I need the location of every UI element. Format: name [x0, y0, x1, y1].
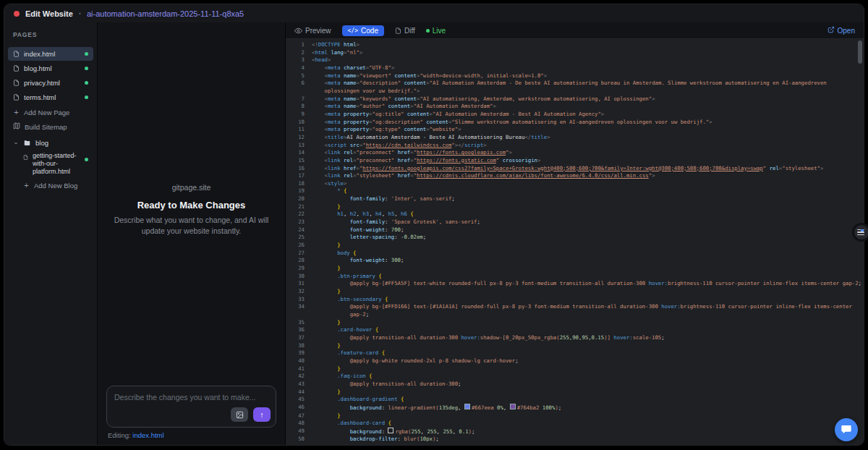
code-line: 21}	[286, 203, 864, 211]
line-number: 14	[286, 149, 312, 157]
code-content: background: linear-gradient(135deg, #667…	[312, 404, 864, 412]
pages-sidebar: PAGES index.htmlblog.htmlprivacy.htmlter…	[4, 22, 98, 445]
code-content: font-family: 'Space Grotesk', sans-serif…	[312, 218, 864, 226]
chat-support-button[interactable]	[835, 418, 858, 441]
pages-list: index.htmlblog.htmlprivacy.htmlterms.htm…	[4, 47, 97, 104]
line-number: 35	[286, 319, 312, 327]
color-swatch	[388, 428, 393, 433]
line-number: 33	[286, 296, 312, 304]
code-line: 17<link rel="stylesheet" href="https://c…	[286, 172, 864, 180]
add-new-blog-button[interactable]: + Add New Blog	[18, 179, 93, 192]
tab-code[interactable]: </> Code	[342, 25, 384, 36]
code-line: 48.dashboard-card {	[286, 420, 864, 428]
code-content: h1, h2, h3, h4, h5, h6 {	[312, 211, 864, 218]
line-number: 4	[286, 64, 312, 72]
line-number: 44	[286, 389, 312, 396]
code-content: }	[312, 203, 864, 211]
map-icon	[13, 122, 20, 131]
editing-status: Editing: index.html	[108, 431, 275, 439]
sidebar-item-label: privacy.html	[24, 79, 80, 87]
breadcrumb[interactable]: ai-automation-amsterdam-2025-11-11-q8xa5	[87, 9, 244, 18]
code-content: .card-hover {	[312, 326, 864, 334]
line-number: 41	[286, 365, 312, 373]
line-number: 15	[286, 157, 312, 165]
sidebar-item-label: index.html	[24, 50, 80, 58]
add-new-page-button[interactable]: + Add New Page	[8, 106, 93, 119]
line-number: 6	[286, 80, 312, 95]
top-bar: Edit Website • ai-automation-amsterdam-2…	[4, 4, 864, 22]
send-button[interactable]: ↑	[253, 407, 271, 422]
code-content: * {	[312, 187, 864, 195]
code-line: 5<meta name="viewport" content="width=de…	[286, 72, 864, 80]
code-line: 23font-family: 'Space Grotesk', sans-ser…	[286, 218, 864, 226]
code-line: 40@apply bg-white rounded-2xl p-8 shadow…	[286, 357, 864, 365]
chatbox-buttons: ↑	[231, 407, 271, 422]
browser-edge-widget[interactable]	[852, 223, 868, 242]
open-site-link[interactable]: Open	[827, 26, 855, 35]
file-icon	[13, 93, 20, 101]
line-number: 49	[286, 428, 312, 436]
code-line: 1<!DOCTYPE html>	[286, 41, 864, 49]
line-number: 20	[286, 195, 312, 203]
code-content: @apply transition-all duration-300;	[312, 381, 864, 389]
code-content: <script src="https://cdn.tailwindcss.com…	[312, 142, 864, 150]
add-new-page-label: Add New Page	[24, 109, 69, 116]
sidebar-item-terms.html[interactable]: terms.html	[8, 90, 93, 104]
sidebar-item-index.html[interactable]: index.html	[8, 47, 93, 61]
code-editor[interactable]: 1<!DOCTYPE html>2<html lang="nl">3<head>…	[286, 39, 864, 445]
tab-live[interactable]: Live	[426, 27, 446, 35]
tab-diff[interactable]: Diff	[395, 27, 415, 35]
build-sitemap-button[interactable]: Build Sitemap	[8, 120, 93, 133]
line-number: 40	[286, 357, 312, 365]
tab-preview[interactable]: Preview	[294, 27, 331, 35]
arrow-up-icon: ↑	[260, 410, 264, 419]
status-dot	[85, 67, 88, 70]
line-number: 47	[286, 412, 312, 420]
code-line: 43@apply transition-all duration-300;	[286, 381, 864, 389]
file-icon	[13, 50, 20, 58]
line-number: 42	[286, 373, 312, 381]
file-icon	[13, 64, 20, 72]
code-content: }	[312, 365, 864, 373]
code-line: 3<head>	[286, 56, 864, 64]
code-line: 38}	[286, 342, 864, 350]
sidebar-header: PAGES	[13, 31, 88, 38]
code-line: 15<link rel="preconnect" href="https://f…	[286, 157, 864, 165]
code-line: 41}	[286, 365, 864, 373]
code-content: <link href="https://fonts.googleapis.com…	[312, 165, 864, 173]
code-line: 36.card-hover {	[286, 326, 864, 334]
line-number: 23	[286, 218, 312, 226]
code-content: <html lang="nl">	[312, 49, 864, 57]
code-content: <link rel="stylesheet" href="https://cdn…	[312, 172, 864, 180]
code-content: body {	[312, 250, 864, 258]
code-content: }	[312, 319, 864, 327]
attach-image-button[interactable]	[231, 407, 248, 422]
status-dot	[85, 95, 88, 99]
code-line: 28font-weight: 300;	[286, 257, 864, 265]
line-number: 10	[286, 119, 312, 127]
sidebar-item-blog.html[interactable]: blog.html	[8, 61, 93, 75]
blog-folder-label: blog	[35, 139, 88, 147]
line-number: 31	[286, 280, 312, 288]
code-content: .btn-primary {	[312, 273, 864, 281]
code-line: 6<meta name="description" content="AI Au…	[286, 80, 864, 95]
code-line: 13<script src="https://cdn.tailwindcss.c…	[286, 142, 864, 150]
code-content: letter-spacing: -0.02em;	[312, 234, 864, 242]
code-content: .feature-card {	[312, 349, 864, 357]
editor-scrollbar[interactable]	[858, 41, 862, 64]
line-number: 29	[286, 265, 312, 273]
site-domain-label: gitpage.site	[98, 183, 285, 192]
code-content: }	[312, 288, 864, 296]
code-line: 45.dashboard-gradient {	[286, 396, 864, 404]
line-number: 5	[286, 72, 312, 80]
line-number: 1	[286, 41, 312, 49]
sidebar-item-getting-started-with-our-platform.html[interactable]: getting-started-with-our-platform.html	[18, 150, 93, 177]
tab-preview-label: Preview	[305, 27, 331, 35]
code-lines: 1<!DOCTYPE html>2<html lang="nl">3<head>…	[286, 41, 864, 443]
sidebar-item-privacy.html[interactable]: privacy.html	[8, 76, 93, 90]
blog-folder-toggle[interactable]: blog	[8, 136, 93, 150]
color-swatch	[510, 404, 516, 409]
status-dot	[85, 158, 88, 161]
line-number: 34	[286, 303, 312, 318]
code-line: 27body {	[286, 250, 864, 258]
